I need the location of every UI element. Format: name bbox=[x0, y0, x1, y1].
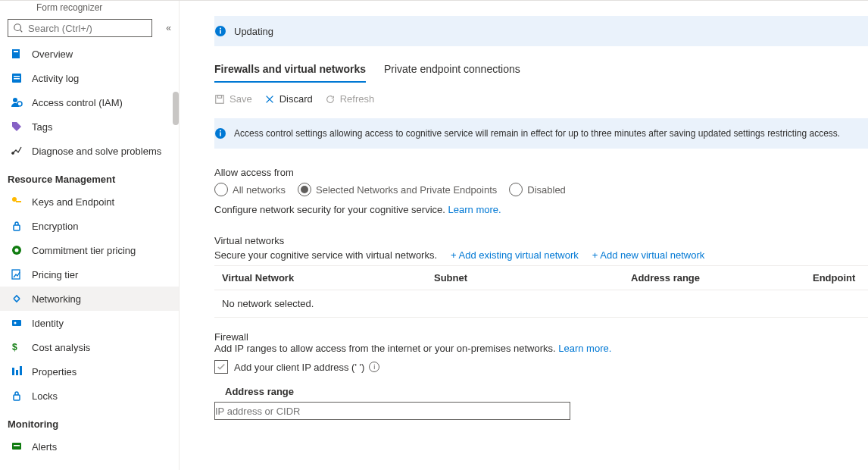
add-client-ip-checkbox[interactable] bbox=[214, 360, 228, 374]
sidebar-item-properties[interactable]: Properties bbox=[0, 359, 179, 384]
sidebar-item-alerts[interactable]: Alerts bbox=[0, 434, 179, 459]
firewall-learn-more-link[interactable]: Learn more. bbox=[558, 343, 611, 354]
sidebar-item-label: Properties bbox=[32, 366, 76, 378]
collapse-sidebar-button[interactable]: « bbox=[166, 23, 171, 33]
resource-name: Form recognizer bbox=[0, 1, 179, 16]
svg-point-17 bbox=[14, 322, 17, 324]
radio-selected-networks[interactable]: Selected Networks and Private Endpoints bbox=[298, 183, 497, 196]
tags-icon bbox=[11, 121, 23, 133]
tab-firewalls[interactable]: Firewalls and virtual networks bbox=[214, 63, 366, 83]
activity-log-icon bbox=[11, 72, 23, 84]
col-subnet[interactable]: Subnet bbox=[434, 272, 631, 284]
sidebar-item-label: Locks bbox=[32, 390, 58, 402]
key-icon bbox=[11, 196, 23, 208]
svg-rect-20 bbox=[16, 370, 18, 375]
sidebar-item-label: Keys and Endpoint bbox=[32, 196, 114, 208]
col-address-range[interactable]: Address range bbox=[631, 272, 813, 284]
properties-icon bbox=[11, 365, 23, 378]
radio-disabled[interactable]: Disabled bbox=[509, 183, 566, 196]
radio-label: Disabled bbox=[527, 184, 566, 196]
section-resource-management: Resource Management bbox=[0, 163, 179, 190]
svg-rect-2 bbox=[12, 49, 20, 58]
diagnose-icon bbox=[11, 145, 23, 157]
col-endpoint[interactable]: Endpoint bbox=[813, 272, 855, 284]
sidebar-item-label: Networking bbox=[32, 293, 81, 305]
add-new-vnet-link[interactable]: + Add new virtual network bbox=[592, 249, 705, 261]
client-ip-label: Add your client IP address (' ') bbox=[234, 362, 364, 373]
sidebar-item-locks[interactable]: Locks bbox=[0, 384, 179, 408]
svg-rect-12 bbox=[14, 225, 20, 230]
sidebar-item-label: Cost analysis bbox=[32, 342, 90, 353]
access-help: Configure network security for your cogn… bbox=[214, 204, 868, 215]
vnet-table: Virtual Network Subnet Address range End… bbox=[214, 265, 868, 318]
sidebar-item-identity[interactable]: Identity bbox=[0, 311, 179, 335]
sidebar-item-label: Alerts bbox=[32, 441, 57, 453]
tab-private-endpoint[interactable]: Private endpoint connections bbox=[384, 63, 520, 83]
svg-rect-28 bbox=[216, 95, 224, 103]
svg-rect-6 bbox=[14, 78, 20, 80]
svg-point-7 bbox=[13, 98, 17, 102]
discard-button[interactable]: Discard bbox=[264, 93, 313, 105]
info-icon bbox=[214, 127, 226, 139]
svg-rect-21 bbox=[20, 366, 22, 375]
vnet-title: Virtual networks bbox=[214, 235, 868, 246]
access-from-label: Allow access from bbox=[214, 167, 868, 178]
save-icon bbox=[214, 94, 225, 105]
firewall-help: Add IP ranges to allow access from the i… bbox=[214, 343, 868, 354]
overview-icon bbox=[11, 48, 23, 60]
pricing-icon bbox=[11, 268, 23, 280]
sidebar-item-keys[interactable]: Keys and Endpoint bbox=[0, 190, 179, 214]
save-label: Save bbox=[229, 93, 252, 105]
sidebar-item-commitment[interactable]: Commitment tier pricing bbox=[0, 238, 179, 262]
sidebar-item-label: Access control (IAM) bbox=[32, 97, 123, 108]
col-virtual-network[interactable]: Virtual Network bbox=[222, 272, 434, 284]
svg-rect-19 bbox=[12, 368, 14, 375]
vnet-help: Secure your cognitive service with virtu… bbox=[214, 249, 437, 261]
sidebar-item-tags[interactable]: Tags bbox=[0, 114, 179, 139]
cost-icon: $ bbox=[11, 341, 23, 353]
info-icon bbox=[214, 25, 226, 37]
sidebar-item-label: Diagnose and solve problems bbox=[32, 146, 161, 157]
sidebar-item-encryption[interactable]: Encryption bbox=[0, 214, 179, 238]
sidebar-item-diagnose[interactable]: Diagnose and solve problems bbox=[0, 139, 179, 163]
vnet-empty-row: No network selected. bbox=[214, 290, 868, 317]
svg-rect-24 bbox=[14, 445, 20, 446]
sidebar-item-access-control[interactable]: Access control (IAM) bbox=[0, 90, 179, 114]
info-text: Access control settings allowing access … bbox=[234, 128, 840, 139]
access-control-icon bbox=[11, 96, 23, 108]
sidebar-item-overview[interactable]: Overview bbox=[0, 42, 179, 66]
scrollbar-thumb[interactable] bbox=[173, 92, 179, 125]
radio-label: Selected Networks and Private Endpoints bbox=[316, 184, 497, 196]
svg-rect-5 bbox=[14, 76, 20, 77]
networking-icon bbox=[11, 293, 23, 305]
info-icon[interactable]: i bbox=[369, 362, 379, 372]
svg-rect-16 bbox=[12, 320, 21, 326]
refresh-button[interactable]: Refresh bbox=[325, 93, 375, 105]
sidebar-item-label: Tags bbox=[32, 121, 52, 133]
section-monitoring: Monitoring bbox=[0, 408, 179, 434]
sidebar-item-networking[interactable]: Networking bbox=[0, 287, 179, 311]
search-box[interactable] bbox=[8, 19, 152, 37]
add-existing-vnet-link[interactable]: + Add existing virtual network bbox=[451, 249, 579, 261]
save-button[interactable]: Save bbox=[214, 93, 252, 105]
sidebar-item-pricing[interactable]: Pricing tier bbox=[0, 262, 179, 287]
sidebar-item-cost[interactable]: $ Cost analysis bbox=[0, 335, 179, 359]
learn-more-link[interactable]: Learn more. bbox=[448, 204, 501, 215]
sidebar-item-activity-log[interactable]: Activity log bbox=[0, 66, 179, 90]
radio-all-networks[interactable]: All networks bbox=[214, 183, 286, 196]
svg-rect-22 bbox=[14, 395, 20, 400]
sidebar-item-label: Overview bbox=[32, 49, 73, 60]
search-icon bbox=[13, 23, 23, 33]
search-input[interactable] bbox=[28, 23, 147, 34]
svg-line-1 bbox=[20, 30, 23, 33]
commitment-icon bbox=[11, 244, 23, 256]
svg-text:$: $ bbox=[12, 342, 17, 352]
identity-icon bbox=[11, 317, 23, 329]
svg-point-27 bbox=[220, 28, 221, 30]
svg-rect-29 bbox=[217, 95, 221, 98]
banner-text: Updating bbox=[234, 26, 273, 37]
refresh-label: Refresh bbox=[340, 93, 375, 105]
svg-point-9 bbox=[12, 152, 14, 154]
locks-icon bbox=[11, 390, 23, 402]
address-range-input[interactable] bbox=[214, 402, 570, 420]
